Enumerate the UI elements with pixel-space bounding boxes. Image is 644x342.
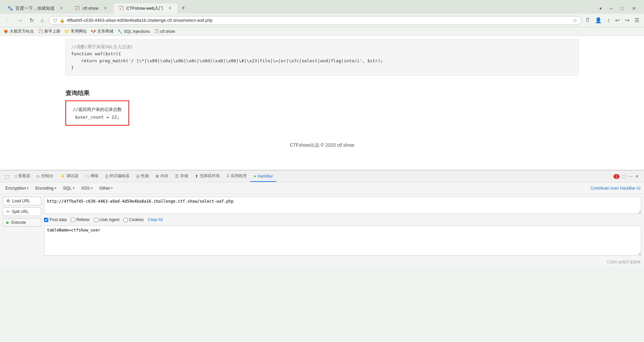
- maximize-button[interactable]: □: [619, 4, 627, 12]
- tab-1-icon: 🐾: [7, 6, 13, 11]
- bookmark-ctf-icon: 🏹: [154, 29, 159, 34]
- hackbar-menu-xss[interactable]: XSS ▾: [79, 185, 95, 192]
- hackbar-url-input[interactable]: [44, 197, 641, 214]
- devtools-more-icon[interactable]: ⋯: [629, 174, 633, 179]
- devtools-tab-storage[interactable]: ☰ 存储: [172, 170, 192, 182]
- star-icon[interactable]: ☆: [573, 18, 577, 23]
- post-data-checkbox-group[interactable]: Post data: [44, 217, 67, 222]
- load-url-button[interactable]: ⚙ Load URL: [3, 197, 41, 205]
- other-arrow-icon: ▾: [111, 186, 113, 190]
- address-input[interactable]: 🛡 🔒 4ffbaf45-c630-4463-a9ad-4d59e4ba8a16…: [49, 16, 582, 25]
- close-button[interactable]: ✕: [629, 4, 639, 12]
- code-block: //函数(用于实现SQL注入过滤) function waf($str){ re…: [65, 39, 579, 76]
- devtools-tab-network[interactable]: ↑↓ 网络: [82, 170, 102, 182]
- bookmark-newbie-icon: 🏹: [38, 29, 43, 34]
- referer-checkbox-group[interactable]: Referer: [71, 217, 90, 222]
- devtools-tab-memory[interactable]: ⊞ 内存: [152, 170, 172, 182]
- browser-window-controls: ▾ ─ □ ✕: [594, 4, 641, 12]
- referer-label: Referer: [76, 217, 90, 222]
- bookmark-sql-label: SQL Injections: [124, 29, 150, 34]
- menu-icon[interactable]: ☰: [633, 16, 641, 25]
- back-button[interactable]: ←: [3, 16, 13, 25]
- accessibility-icon: ⬆: [195, 174, 198, 179]
- reload-button[interactable]: ↻: [28, 16, 36, 25]
- devtools-inspect-icon[interactable]: ⬚: [3, 171, 11, 182]
- devtools-tab-accessibility[interactable]: ⬆ 无障碍环境: [192, 170, 223, 182]
- hackbar-menu-encryption[interactable]: Encryption ▾: [3, 185, 31, 192]
- clear-all-link[interactable]: Clear All: [148, 217, 163, 222]
- devtools-tab-console[interactable]: ▷ 控制台: [34, 170, 57, 182]
- load-url-icon: ⚙: [6, 199, 10, 203]
- devtools-tab-hackbar[interactable]: ● HackBar: [250, 171, 276, 182]
- hackbar-menu-encoding[interactable]: Encoding ▾: [33, 185, 58, 192]
- bookmark-firefox[interactable]: 🦊 火狐官方站点: [3, 28, 34, 34]
- tab-3[interactable]: 🏹 CTFshow-web入门 ✕: [114, 3, 178, 13]
- sql-arrow-icon: ▾: [73, 186, 74, 190]
- query-title: 查询结果: [65, 89, 579, 97]
- tab-2[interactable]: 🏹 ctf.show ✕: [70, 3, 113, 13]
- split-url-button[interactable]: ✂ Split URL: [3, 207, 41, 216]
- sql-label: SQL: [63, 186, 72, 191]
- cookies-checkbox-group[interactable]: Cookies: [123, 217, 144, 222]
- devtools-tab-application[interactable]: ⠿ 应用程序: [223, 170, 250, 182]
- extensions-icon[interactable]: ⠿: [584, 16, 591, 25]
- browser-chrome: 🐾 百度一下，你就知道 ✕ 🏹 ctf.show ✕ 🏹 CTFshow-web…: [0, 0, 644, 36]
- bookmark-firefox-label: 火狐官方站点: [10, 28, 34, 34]
- contribute-link[interactable]: Contribute now! HackBar v2: [591, 186, 641, 191]
- sync-icon[interactable]: ↕: [606, 16, 611, 25]
- tab-2-icon: 🏹: [74, 6, 80, 11]
- execute-icon: ▶: [6, 220, 9, 225]
- user-agent-checkbox-group[interactable]: User Agent: [94, 217, 119, 222]
- hackbar-menubar: Encryption ▾ Encoding ▾ SQL ▾ XSS ▾ Othe…: [0, 183, 644, 194]
- devtools-responsive-icon[interactable]: ⬚: [622, 174, 626, 179]
- encoding-label: Encoding: [35, 186, 53, 191]
- bookmark-jd[interactable]: 🐶 京东商城: [91, 28, 113, 34]
- devtools-panel: ⬚ □ 查看器 ▷ 控制台 ⚡ 调试器 ↑↓ 网络 {} 样式编辑器 ◎ 性能 …: [0, 170, 644, 266]
- tab-add-button[interactable]: +: [178, 3, 189, 14]
- code-line-3: return preg_match('/ |\*|\x09|\x0a|\x0b|…: [71, 58, 573, 65]
- tab-bar-dropdown[interactable]: ▾: [597, 4, 604, 12]
- devtools-close-icon[interactable]: ✕: [635, 174, 639, 179]
- tab-2-label: ctf.show: [83, 6, 99, 11]
- execute-label: Execute: [11, 220, 26, 225]
- tab-1-close[interactable]: ✕: [59, 5, 64, 11]
- post-data-checkbox[interactable]: [44, 218, 48, 222]
- user-agent-checkbox[interactable]: [94, 218, 98, 222]
- devtools-tab-style-editor[interactable]: {} 样式编辑器: [102, 170, 133, 182]
- page-content: //函数(用于实现SQL注入过滤) function waf($str){ re…: [0, 36, 644, 136]
- devtools-tab-debugger[interactable]: ⚡ 调试器: [57, 170, 82, 182]
- tab-3-icon: 🏹: [118, 6, 124, 11]
- bookmark-common[interactable]: 📁 常用网址: [64, 28, 87, 34]
- query-section: 查询结果 //返回用户表的记录总数 $user_count = 22;: [65, 82, 579, 132]
- bookmark-sql[interactable]: 🔧 SQL Injections: [117, 29, 150, 34]
- tab-1[interactable]: 🐾 百度一下，你就知道 ✕: [3, 3, 69, 13]
- forward-button[interactable]: →: [15, 16, 25, 25]
- memory-icon: ⊞: [156, 174, 159, 179]
- encryption-label: Encryption: [5, 186, 26, 191]
- devtools-tab-inspector[interactable]: □ 查看器: [11, 170, 34, 182]
- hackbar-menu-other[interactable]: Other ▾: [97, 185, 115, 192]
- load-url-label: Load URL: [12, 199, 30, 203]
- tab-3-close[interactable]: ✕: [167, 5, 173, 11]
- referer-checkbox[interactable]: [71, 218, 75, 222]
- minimize-button[interactable]: ─: [607, 4, 616, 12]
- hackbar-post-input[interactable]: [44, 225, 641, 256]
- split-url-label: Split URL: [12, 209, 29, 214]
- address-bar: ← → ↻ ⌂ 🛡 🔒 4ffbaf45-c630-4463-a9ad-4d59…: [0, 14, 644, 27]
- tab-2-close[interactable]: ✕: [103, 5, 108, 11]
- code-line-4: }: [71, 64, 573, 71]
- network-icon: ↑↓: [85, 174, 89, 179]
- security-shield-icon: 🛡: [53, 18, 58, 23]
- bookmark-newbie[interactable]: 🏹 新手上路: [38, 28, 60, 34]
- bookmark-ctf[interactable]: 🏹 ctf.show: [154, 29, 175, 34]
- application-icon: ⠿: [226, 174, 229, 179]
- history-forward-icon[interactable]: ↪: [624, 16, 631, 25]
- query-result-comment: //返回用户表的记录总数: [73, 107, 122, 113]
- cookies-checkbox[interactable]: [123, 218, 128, 222]
- hackbar-menu-sql[interactable]: SQL ▾: [61, 185, 76, 192]
- history-back-icon[interactable]: ↩: [614, 16, 621, 25]
- account-icon[interactable]: 👤: [594, 16, 603, 25]
- execute-button[interactable]: ▶ Execute: [3, 218, 41, 227]
- home-button[interactable]: ⌂: [39, 16, 46, 25]
- devtools-tab-performance[interactable]: ◎ 性能: [133, 170, 152, 182]
